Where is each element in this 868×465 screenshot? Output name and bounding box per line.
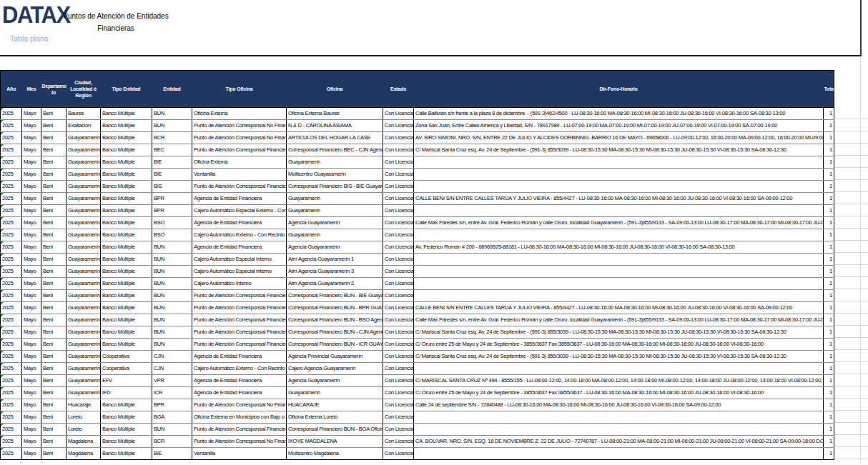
cell-entidad[interactable]: BUN bbox=[152, 302, 192, 314]
cell-dir[interactable] bbox=[414, 424, 824, 436]
cell-oficina[interactable]: Agencia Guayaramerín bbox=[287, 241, 383, 254]
cell-tipoofi[interactable]: Ventanilla bbox=[192, 448, 287, 460]
cell-dir[interactable]: C/ Mariscal Santa Cruz esq. Av. 24 de Se… bbox=[414, 326, 824, 339]
cell-total[interactable]: 1 bbox=[824, 144, 834, 156]
cell-ano[interactable]: 2025 bbox=[1, 339, 22, 351]
cell-tipoent[interactable]: EFV bbox=[101, 375, 152, 387]
cell-total[interactable]: 1 bbox=[824, 205, 834, 217]
cell-entidad[interactable]: BIE bbox=[152, 169, 192, 181]
cell-dir[interactable]: Zona San Juan, Entre Calles América y Li… bbox=[414, 120, 824, 132]
cell-ano[interactable]: 2025 bbox=[1, 217, 22, 229]
cell-dir[interactable]: CALLE BENI S/N ENTRE CALLES TARIJA Y JUL… bbox=[414, 302, 824, 314]
cell-mes[interactable]: Mayo bbox=[22, 424, 41, 436]
cell-estado[interactable]: Con Licencia bbox=[383, 363, 414, 375]
cell-total[interactable]: 1 bbox=[824, 241, 834, 254]
column-header-dir[interactable]: Dir-Fono-Horario bbox=[414, 71, 824, 108]
cell-estado[interactable]: Con Licencia bbox=[383, 399, 414, 411]
cell-ano[interactable]: 2025 bbox=[1, 278, 22, 290]
cell-dep[interactable]: Beni bbox=[41, 169, 66, 181]
cell-ano[interactable]: 2025 bbox=[1, 254, 22, 266]
cell-dep[interactable]: Beni bbox=[41, 436, 66, 448]
cell-total[interactable]: 1 bbox=[824, 108, 834, 120]
cell-total[interactable]: 1 bbox=[824, 314, 834, 326]
cell-entidad[interactable]: BSO bbox=[152, 229, 192, 241]
cell-tipoofi[interactable]: Cajero Automático Especial Externo - Con… bbox=[192, 205, 287, 217]
cell-ciudad[interactable]: Guayaramerín bbox=[66, 375, 101, 387]
column-header-ciudad[interactable]: Ciudad, Localidad ó Región bbox=[66, 71, 101, 108]
cell-oficina[interactable]: Guayaramerín bbox=[287, 193, 383, 205]
cell-oficina[interactable]: Cajero Agencia Guayaramerín bbox=[287, 363, 383, 375]
cell-ano[interactable]: 2025 bbox=[1, 120, 22, 132]
cell-tipoofi[interactable]: Agencia de Entidad Financiera bbox=[192, 375, 287, 387]
cell-dep[interactable]: Beni bbox=[41, 229, 66, 241]
cell-dir[interactable] bbox=[414, 205, 824, 217]
cell-total[interactable]: 1 bbox=[824, 375, 834, 387]
cell-mes[interactable]: Mayo bbox=[22, 144, 41, 156]
cell-dir[interactable]: C/ MARISCAL SANTA CRUZ Nº 494 - 8555/155… bbox=[414, 375, 824, 387]
cell-estado[interactable]: Con Licencia bbox=[383, 302, 414, 314]
cell-entidad[interactable]: BPR bbox=[152, 399, 192, 411]
cell-ciudad[interactable]: Loreto bbox=[66, 424, 101, 436]
cell-ano[interactable]: 2025 bbox=[1, 302, 22, 314]
cell-tipoofi[interactable]: Agencia de Entidad Financiera bbox=[192, 217, 287, 229]
cell-total[interactable]: 1 bbox=[824, 217, 834, 229]
cell-tipoofi[interactable]: Punto de Atención Corresponsal Financier… bbox=[192, 302, 287, 314]
cell-tipoofi[interactable]: Oficina Externa en Municipios con Bajo o… bbox=[192, 411, 287, 424]
column-header-dep[interactable]: Departamen to bbox=[41, 71, 66, 108]
cell-tipoofi[interactable]: Cajero Automático Externo - Con Recinto bbox=[192, 229, 287, 241]
cell-tipoofi[interactable]: Cajero Automático Interno bbox=[192, 278, 287, 290]
cell-dep[interactable]: Beni bbox=[41, 205, 66, 217]
cell-dep[interactable]: Beni bbox=[41, 411, 66, 424]
cell-ciudad[interactable]: Guayaramerín bbox=[66, 205, 101, 217]
cell-ciudad[interactable]: Magdalena bbox=[66, 448, 101, 460]
cell-tipoofi[interactable]: Punto de Atención Corresponsal No Financ… bbox=[192, 436, 287, 448]
column-header-mes[interactable]: Mes bbox=[22, 71, 41, 108]
cell-estado[interactable]: Con Licencia bbox=[383, 241, 414, 254]
cell-oficina[interactable]: Multicentro Guayaramerín bbox=[287, 169, 383, 181]
column-header-tipoent[interactable]: Tipo Entidad bbox=[101, 71, 152, 108]
cell-total[interactable]: 1 bbox=[824, 411, 834, 424]
cell-tipoent[interactable]: Cooperativa bbox=[101, 351, 152, 363]
cell-tipoofi[interactable]: Punto de Atención Corresponsal No Financ… bbox=[192, 120, 287, 132]
cell-entidad[interactable]: CJN bbox=[152, 351, 192, 363]
cell-entidad[interactable]: BUN bbox=[152, 290, 192, 302]
cell-tipoent[interactable]: Banco Múltiple bbox=[101, 156, 152, 169]
cell-dir[interactable]: C/ Mariscal Santa Cruz esq. Av. 24 de Se… bbox=[414, 351, 824, 363]
cell-tipoofi[interactable]: Punto de Atención Corresponsal Financier… bbox=[192, 290, 287, 302]
cell-estado[interactable]: Con Licencia bbox=[383, 448, 414, 460]
cell-estado[interactable]: Con Licencia bbox=[383, 314, 414, 326]
cell-tipoent[interactable]: Banco Múltiple bbox=[101, 399, 152, 411]
cell-tipoent[interactable]: Banco Múltiple bbox=[101, 339, 152, 351]
cell-total[interactable]: 1 bbox=[824, 169, 834, 181]
cell-ano[interactable]: 2025 bbox=[1, 108, 22, 120]
cell-ano[interactable]: 2025 bbox=[1, 411, 22, 424]
cell-ano[interactable]: 2025 bbox=[1, 241, 22, 254]
cell-tipoofi[interactable]: Punto de Atención Corresponsal Financier… bbox=[192, 144, 287, 156]
cell-tipoent[interactable]: Banco Múltiple bbox=[101, 193, 152, 205]
cell-estado[interactable]: Con Licencia bbox=[383, 193, 414, 205]
cell-tipoent[interactable]: Banco Múltiple bbox=[101, 302, 152, 314]
cell-estado[interactable]: Con Licencia bbox=[383, 339, 414, 351]
cell-ano[interactable]: 2025 bbox=[1, 424, 22, 436]
cell-estado[interactable]: Con Licencia bbox=[383, 132, 414, 144]
cell-ciudad[interactable]: Baures bbox=[66, 108, 101, 120]
cell-oficina[interactable]: Oficina Externa Loreto bbox=[287, 411, 383, 424]
cell-dep[interactable]: Beni bbox=[41, 448, 66, 460]
cell-ciudad[interactable]: Guayaramerín bbox=[66, 193, 101, 205]
cell-total[interactable]: 1 bbox=[824, 156, 834, 169]
cell-oficina[interactable]: Atm Agencia Guayaramerín 2 bbox=[287, 278, 383, 290]
cell-oficina[interactable]: Agencia Guayaramerín bbox=[287, 217, 383, 229]
cell-mes[interactable]: Mayo bbox=[22, 120, 41, 132]
cell-total[interactable]: 1 bbox=[824, 387, 834, 399]
cell-mes[interactable]: Mayo bbox=[22, 254, 41, 266]
cell-estado[interactable]: Con Licencia bbox=[383, 181, 414, 193]
cell-mes[interactable]: Mayo bbox=[22, 217, 41, 229]
cell-ciudad[interactable]: Loreto bbox=[66, 411, 101, 424]
cell-entidad[interactable]: BUN bbox=[152, 278, 192, 290]
cell-ciudad[interactable]: Guayaramerín bbox=[66, 278, 101, 290]
cell-entidad[interactable]: BSO bbox=[152, 217, 192, 229]
cell-estado[interactable]: Con Licencia bbox=[383, 266, 414, 278]
cell-total[interactable]: 1 bbox=[824, 132, 834, 144]
cell-dep[interactable]: Beni bbox=[41, 108, 66, 120]
cell-dir[interactable] bbox=[414, 169, 824, 181]
